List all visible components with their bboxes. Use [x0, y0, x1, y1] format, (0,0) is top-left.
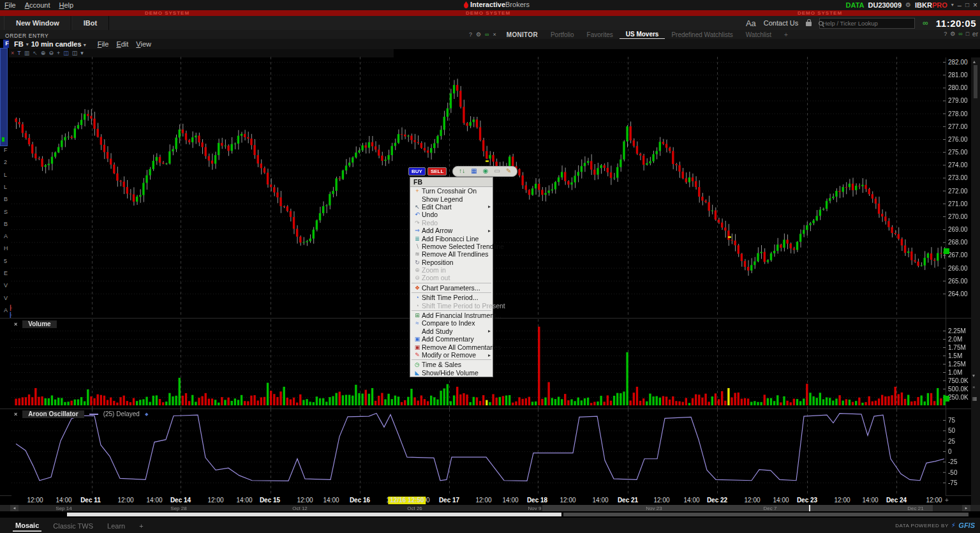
link-icon[interactable]: ∞ — [958, 31, 962, 37]
aroon-pane-title[interactable]: Aroon Oscillator — [22, 410, 84, 418]
tab-favorites[interactable]: Favorites — [581, 31, 620, 39]
chart-building-icon[interactable]: ▦ — [471, 168, 477, 174]
docked-window-letter[interactable]: 5 — [4, 258, 7, 264]
pin-icon[interactable]: ▾ — [951, 3, 954, 8]
zoom-in-icon[interactable]: ⊕ — [41, 50, 46, 56]
menu-item-compare-to-index[interactable]: ≈Compare to Index — [410, 319, 493, 327]
docked-window-letter[interactable]: 2 — [4, 159, 7, 165]
menu-help[interactable]: Help — [55, 1, 78, 9]
scroll-left-icon[interactable]: ◂ — [10, 505, 19, 511]
docked-window-letter[interactable]: E — [4, 270, 8, 276]
menu-item-shift-time-period[interactable]: ◔Shift Time Period... — [410, 294, 493, 301]
menu-item-time-sales[interactable]: ◷Time & Sales — [410, 361, 493, 368]
maximize-icon[interactable]: □ — [965, 2, 969, 8]
workspace-tab-mosaic[interactable]: Mosaic — [13, 520, 41, 532]
docked-window-letter[interactable]: B — [4, 196, 8, 202]
link-icon[interactable]: ∞ — [923, 19, 928, 27]
time-axis-plus-icon[interactable]: + — [945, 497, 949, 504]
tab-portfolio[interactable]: Portfolio — [544, 31, 581, 39]
menu-item-show-hide-volume[interactable]: ◣Show/Hide Volume — [410, 369, 493, 377]
scrollbar-thumb[interactable] — [974, 65, 977, 98]
aroon-chart-canvas[interactable] — [11, 409, 946, 495]
right-scrollbar-rail[interactable]: ▴ ▾ × ▦ — [971, 57, 980, 505]
menu-item-remove-all-trendlines[interactable]: ≋Remove All Trendlines — [410, 250, 493, 258]
menu-item-add-financial-instrument[interactable]: ⊞Add Financial Instrument... — [410, 312, 493, 319]
text-annotation-icon[interactable]: T — [17, 50, 21, 56]
cursor-icon[interactable]: ↖ — [33, 50, 38, 56]
docked-window-letter[interactable]: B — [4, 221, 8, 227]
timeline-overview-scrollbar[interactable]: ◂ ▸ Sep 14Sep 28Oct 12Oct 26Nov 9Nov 23D… — [0, 505, 980, 511]
sell-button[interactable]: SELL — [427, 167, 447, 176]
menu-item-modify-or-remove[interactable]: ✎Modify or Remove▸ — [410, 351, 493, 359]
gear-icon[interactable]: ⚙ — [905, 2, 911, 8]
collapsed-window-strip[interactable] — [0, 48, 8, 146]
globe-icon[interactable]: ◉ — [483, 168, 489, 174]
workspace-tab-[interactable]: + — [137, 521, 145, 531]
symbol-caret-icon[interactable]: ▾ — [26, 41, 29, 47]
menu-item-add-arrow[interactable]: ⇒Add Arrow▸ — [410, 227, 493, 234]
zoom-out-icon[interactable]: ⊖ — [48, 50, 54, 56]
close-window-icon[interactable]: × — [973, 1, 977, 9]
crosshair-icon[interactable]: + — [57, 50, 60, 56]
docked-window-letter[interactable]: V — [4, 282, 8, 289]
workspace-tab-learn[interactable]: Learn — [105, 521, 128, 531]
volume-pane-title[interactable]: Volume — [22, 320, 56, 328]
menu-item-undo[interactable]: ↶Undo — [410, 211, 493, 218]
menu-item-chart-parameters[interactable]: ❖Chart Parameters... — [410, 284, 493, 292]
docked-window-letter[interactable]: A — [4, 233, 8, 239]
candlestick-icon[interactable]: ◫ — [63, 50, 69, 56]
ticker-lookup-search[interactable] — [819, 18, 915, 29]
search-input[interactable] — [821, 19, 905, 28]
menu-item-add-commentary[interactable]: ▣Add Commentary — [410, 335, 493, 343]
scroll-up-icon[interactable]: ▴ — [973, 59, 976, 64]
chart-menu-file[interactable]: File — [98, 40, 109, 48]
docked-window-letter[interactable]: H — [4, 245, 8, 251]
minimize-icon[interactable]: – — [958, 2, 961, 9]
tab-us-movers[interactable]: US Movers — [620, 30, 665, 40]
menu-item-edit-chart[interactable]: ↖Edit Chart▸ — [410, 203, 493, 211]
menu-item-add-fibonacci-line[interactable]: ≣Add Fibonacci Line — [410, 234, 493, 242]
maximize-icon[interactable]: □ — [966, 31, 969, 37]
search-icon[interactable] — [819, 21, 824, 27]
horizontal-scrollbar-thumb[interactable] — [563, 513, 969, 516]
pane-close-icon[interactable]: × — [972, 384, 976, 390]
tab-[interactable]: + — [778, 31, 794, 39]
gear-icon[interactable]: ⚙ — [950, 31, 955, 37]
chart-symbol[interactable]: FB — [14, 40, 24, 48]
docked-window-letter[interactable]: L — [4, 172, 7, 178]
eraser-icon[interactable]: ▭ — [494, 168, 500, 174]
tab-monitor[interactable]: MONITOR — [500, 31, 544, 39]
pane-collapse-icon[interactable]: ▾ — [972, 373, 975, 379]
font-size-toggle[interactable]: Aa — [746, 19, 756, 28]
contact-us-link[interactable]: Contact Us — [764, 19, 798, 27]
tab-predefined-watchlists[interactable]: Predefined Watchlists — [665, 31, 739, 39]
chart-menu-edit[interactable]: Edit — [116, 40, 128, 48]
menu-item-add-study[interactable]: Add Study▸ — [410, 327, 493, 335]
menu-item-remove-all-commentaries[interactable]: ▣Remove All Commentaries — [410, 343, 493, 350]
menu-item-remove-selected-trendline[interactable]: ∖Remove Selected Trendline — [410, 243, 493, 250]
link-icon[interactable]: ∞ — [485, 32, 489, 38]
bar-chart-icon[interactable]: ▥ — [24, 50, 30, 56]
chart-menu-view[interactable]: View — [136, 40, 151, 48]
gear-icon[interactable]: ⚙ — [476, 32, 481, 38]
menu-account[interactable]: Account — [20, 1, 55, 9]
docked-window-letter[interactable]: A — [4, 307, 8, 313]
menu-item-reposition[interactable]: ↻Reposition — [410, 259, 493, 266]
dropdown-caret-icon[interactable]: ▾ — [80, 50, 84, 56]
docked-window-letter[interactable]: F — [4, 147, 8, 153]
close-aroon-pane-icon[interactable]: × — [14, 411, 17, 417]
docked-window-letter[interactable]: L — [4, 184, 7, 190]
menu-item-show-legend[interactable]: Show Legend — [410, 195, 493, 202]
help-icon[interactable]: ? — [944, 31, 947, 37]
close-volume-pane-icon[interactable]: × — [14, 321, 17, 327]
tab-close-icon[interactable]: × — [493, 32, 496, 38]
new-window-button[interactable]: New Window — [4, 16, 71, 30]
candlestick-alt-icon[interactable]: ◫ — [72, 50, 78, 56]
chart-timeframe-select[interactable]: 10 min candles ▾ — [31, 40, 89, 48]
help-icon[interactable]: ? — [469, 32, 472, 38]
menu-item-turn-crosshair-on[interactable]: +Turn Crosshair On — [410, 187, 493, 195]
pane-grid-icon[interactable]: ▦ — [972, 396, 977, 402]
brush-icon[interactable]: ✎ — [506, 168, 511, 174]
tab-watchlist[interactable]: Watchlist — [739, 31, 778, 39]
menu-file[interactable]: File — [0, 1, 20, 9]
